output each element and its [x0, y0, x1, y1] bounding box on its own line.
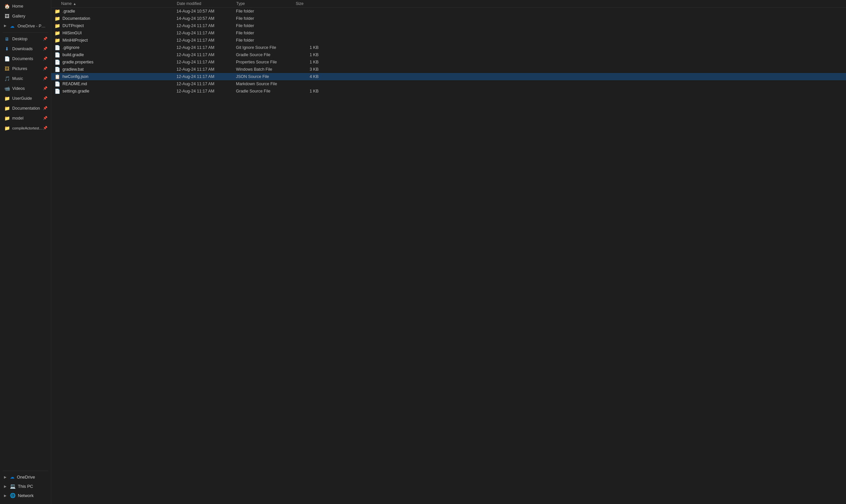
- sidebar-item-label: UserGuide: [12, 96, 43, 101]
- pin-icon: 📌: [43, 96, 48, 101]
- sidebar: 🏠 Home 🖼 Gallery ▶ ☁ OneDrive - Personal…: [0, 0, 51, 504]
- file-name: HilSimGUI: [63, 31, 176, 35]
- file-name: settings.gradle: [63, 89, 176, 93]
- file-type-icon: 📁: [54, 16, 60, 21]
- downloads-icon: ⬇: [4, 46, 10, 52]
- table-row[interactable]: 📄 README.md 12-Aug-24 11:17 AM Markdown …: [51, 80, 846, 88]
- sidebar-divider: [3, 32, 48, 33]
- sidebar-item-label: model: [12, 116, 43, 121]
- sidebar-item-documentation[interactable]: 📁 Documentation 📌: [1, 104, 50, 113]
- sidebar-item-documents[interactable]: 📄 Documents 📌: [1, 54, 50, 64]
- file-name: gradlew.bat: [63, 67, 176, 72]
- file-date: 14-Aug-24 10:57 AM: [176, 16, 236, 21]
- table-row[interactable]: 📁 Documentation 14-Aug-24 10:57 AM File …: [51, 15, 846, 22]
- sidebar-item-label: Videos: [12, 86, 43, 91]
- sidebar-divider-2: [3, 471, 48, 471]
- file-date: 12-Aug-24 11:17 AM: [176, 67, 236, 72]
- table-row[interactable]: 📄 gradle.properties 12-Aug-24 11:17 AM P…: [51, 58, 846, 66]
- table-row[interactable]: 📄 .gitignore 12-Aug-24 11:17 AM Git Igno…: [51, 44, 846, 51]
- pin-icon: 📌: [43, 106, 48, 111]
- file-date: 14-Aug-24 10:57 AM: [176, 9, 236, 14]
- sidebar-item-userguide[interactable]: 📁 UserGuide 📌: [1, 94, 50, 103]
- sidebar-item-desktop[interactable]: 🖥 Desktop 📌: [1, 34, 50, 43]
- file-size: 1 KB: [296, 60, 322, 65]
- col-header-type[interactable]: Type: [236, 1, 296, 6]
- music-icon: 🎵: [4, 76, 10, 82]
- sidebar-item-network[interactable]: ▶ 🌐 Network: [1, 491, 50, 500]
- file-date: 12-Aug-24 11:17 AM: [176, 74, 236, 79]
- file-type-icon: 📄: [54, 89, 60, 94]
- sidebar-item-onedrive-personal[interactable]: ▶ ☁ OneDrive - Personal: [1, 21, 50, 31]
- col-header-date[interactable]: Date modified: [177, 1, 236, 6]
- folder-icon: 📁: [4, 125, 10, 131]
- table-row[interactable]: 📄 build.gradle 12-Aug-24 11:17 AM Gradle…: [51, 51, 846, 58]
- sidebar-item-this-pc[interactable]: ▶ 💻 This PC: [1, 482, 50, 490]
- sidebar-item-label: OneDrive: [17, 474, 35, 480]
- pin-icon: 📌: [43, 86, 48, 91]
- sidebar-item-gallery[interactable]: 🖼 Gallery: [1, 12, 50, 21]
- onedrive-icon: ☁: [9, 23, 15, 29]
- file-type-icon: 📁: [54, 8, 60, 14]
- pin-icon: 📌: [43, 56, 48, 61]
- file-type: Git Ignore Source File: [236, 45, 296, 50]
- file-name: gradle.properties: [63, 60, 176, 65]
- main-content: Name ▲ Date modified Type Size 📁 .gradle…: [51, 0, 846, 504]
- table-row[interactable]: 📁 MiniHilProject 12-Aug-24 11:17 AM File…: [51, 37, 846, 44]
- sidebar-item-model[interactable]: 📁 model 📌: [1, 114, 50, 123]
- table-row[interactable]: 📁 HilSimGUI 12-Aug-24 11:17 AM File fold…: [51, 30, 846, 37]
- chevron-icon: ▶: [4, 485, 8, 488]
- sidebar-item-label: Desktop: [12, 37, 43, 41]
- file-type: Properties Source File: [236, 60, 296, 65]
- pin-icon: 📌: [43, 76, 48, 81]
- folder-icon: 📁: [4, 115, 10, 121]
- file-size: 3 KB: [296, 67, 322, 72]
- pin-icon: 📌: [43, 66, 48, 71]
- file-type-icon: 📄: [54, 59, 60, 65]
- table-row[interactable]: 📋 hwConfig.json 12-Aug-24 11:17 AM JSON …: [51, 73, 846, 80]
- table-row[interactable]: 📄 gradlew.bat 12-Aug-24 11:17 AM Windows…: [51, 66, 846, 73]
- file-size: 1 KB: [296, 53, 322, 57]
- file-list: Name ▲ Date modified Type Size 📁 .gradle…: [51, 0, 846, 504]
- file-date: 12-Aug-24 11:17 AM: [176, 45, 236, 50]
- sidebar-item-videos[interactable]: 📹 Videos 📌: [1, 84, 50, 93]
- sidebar-item-pictures[interactable]: 🖼 Pictures 📌: [1, 64, 50, 73]
- sidebar-item-label: Music: [12, 76, 43, 81]
- col-header-size[interactable]: Size: [296, 1, 322, 6]
- table-row[interactable]: 📁 .gradle 14-Aug-24 10:57 AM File folder: [51, 7, 846, 15]
- file-type: File folder: [236, 31, 296, 35]
- sidebar-item-downloads[interactable]: ⬇ Downloads 📌: [1, 44, 50, 54]
- col-header-name[interactable]: Name ▲: [51, 1, 177, 6]
- chevron-icon: ▶: [4, 494, 8, 498]
- sidebar-item-onedrive[interactable]: ▶ ☁ OneDrive: [1, 473, 50, 481]
- folder-icon: 📁: [4, 95, 10, 102]
- file-name: DUTProject: [63, 23, 176, 28]
- sidebar-item-label: Network: [18, 493, 34, 498]
- this-pc-icon: 💻: [10, 484, 16, 489]
- sidebar-item-label: This PC: [18, 484, 33, 489]
- sidebar-item-home[interactable]: 🏠 Home: [1, 2, 50, 11]
- file-type-icon: 📁: [54, 23, 60, 29]
- file-type-icon: 📁: [54, 38, 60, 43]
- pin-icon: 📌: [43, 47, 48, 51]
- file-type-icon: 📄: [54, 67, 60, 72]
- table-row[interactable]: 📁 DUTProject 12-Aug-24 11:17 AM File fol…: [51, 22, 846, 30]
- sidebar-item-label: Gallery: [12, 14, 48, 18]
- file-size: 4 KB: [296, 74, 322, 79]
- onedrive-icon: ☁: [10, 474, 15, 480]
- sidebar-item-music[interactable]: 🎵 Music 📌: [1, 74, 50, 83]
- file-name: README.md: [63, 82, 176, 86]
- sidebar-item-compileactortest[interactable]: 📁 compileActortest_gen... 📌: [1, 124, 50, 133]
- sidebar-item-label: Documents: [12, 56, 43, 61]
- home-icon: 🏠: [4, 3, 10, 9]
- sidebar-item-label: Pictures: [12, 66, 43, 71]
- table-row[interactable]: 📄 settings.gradle 12-Aug-24 11:17 AM Gra…: [51, 88, 846, 95]
- network-icon: 🌐: [10, 493, 16, 498]
- pin-icon: 📌: [43, 116, 48, 121]
- pin-icon: 📌: [43, 126, 48, 130]
- sort-arrow-icon: ▲: [73, 2, 76, 6]
- file-size: 1 KB: [296, 45, 322, 50]
- file-name: build.gradle: [63, 53, 176, 57]
- file-type: JSON Source File: [236, 74, 296, 79]
- file-type-icon: 📄: [54, 52, 60, 57]
- sidebar-item-label: OneDrive - Personal: [18, 24, 48, 29]
